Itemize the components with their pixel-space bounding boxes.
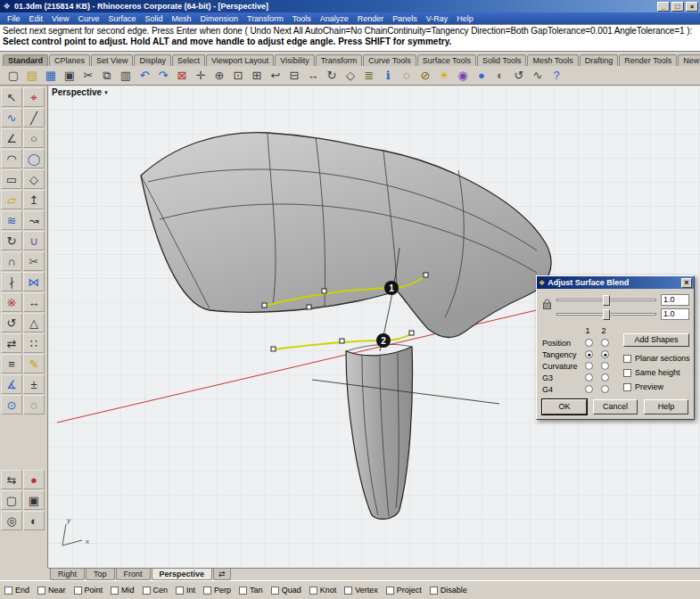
menu-item[interactable]: Help	[452, 14, 478, 23]
paste-icon[interactable]: ▥	[117, 67, 135, 84]
menu-item[interactable]: V-Ray	[422, 14, 453, 23]
material-icon[interactable]: ◉	[454, 67, 472, 84]
viewport-title[interactable]: Perspective ▾	[52, 87, 108, 97]
checkbox[interactable]	[623, 383, 631, 391]
osnap-toggle[interactable]: End	[4, 586, 29, 595]
point-icon[interactable]: ⌖	[23, 87, 45, 107]
rectangle-icon[interactable]: ▭	[1, 169, 22, 189]
print-icon[interactable]: ▣	[61, 67, 78, 84]
toolbar-tab[interactable]: Standard	[3, 54, 48, 66]
revolve-icon[interactable]: ↻	[1, 231, 22, 250]
extrude-icon[interactable]: ↥	[23, 190, 45, 209]
toolbar-tab[interactable]: Drafting	[580, 54, 619, 66]
toolbar-tab[interactable]: Surface Tools	[417, 54, 476, 66]
rotate-tool-icon[interactable]: ↺	[1, 313, 22, 332]
continuity-radio-col1[interactable]	[585, 339, 593, 347]
continuity-radio-col2[interactable]	[601, 373, 609, 382]
toolbar-tab[interactable]: Select	[172, 54, 205, 66]
surface-icon[interactable]: ▱	[1, 190, 22, 209]
osnap-toggle[interactable]: Vertex	[344, 586, 378, 595]
toolbar-tab[interactable]: CPlanes	[49, 54, 90, 66]
continuity-radio-col1[interactable]	[585, 362, 593, 370]
fillet-icon[interactable]: ∩	[1, 251, 22, 271]
copy-icon[interactable]: ⧉	[98, 67, 116, 84]
viewport-tab[interactable]: Front	[116, 569, 151, 580]
shade-icon[interactable]: ◐	[491, 67, 509, 84]
mirror-icon[interactable]: ⇄	[1, 333, 22, 353]
menu-item[interactable]: Edit	[25, 14, 48, 23]
minimize-button[interactable]: _	[657, 2, 670, 12]
undo-icon[interactable]: ↶	[136, 67, 153, 84]
offset-icon[interactable]: ≡	[1, 354, 22, 373]
split-icon[interactable]: ∤	[1, 272, 22, 291]
viewport-tab-more-icon[interactable]: ⇄	[213, 569, 231, 580]
new-file-icon[interactable]: ▢	[4, 67, 22, 84]
close-button[interactable]: ×	[686, 2, 698, 12]
osnap-checkbox[interactable]	[430, 587, 438, 595]
view-back-icon[interactable]: ↩	[267, 67, 284, 84]
toolbar-tab[interactable]: Render Tools	[619, 54, 677, 66]
menu-item[interactable]: File	[3, 14, 25, 23]
lock-icon[interactable]: ⊘	[416, 67, 434, 84]
light-icon[interactable]: ☀	[435, 67, 453, 84]
curve-icon[interactable]: ∿	[1, 108, 22, 127]
hide-icon[interactable]: ◌	[398, 67, 416, 84]
save-icon[interactable]: ▦	[42, 67, 60, 84]
menu-item[interactable]: Render	[353, 14, 389, 23]
viewport-tab[interactable]: Top	[86, 569, 115, 580]
osnap-toggle[interactable]: Tan	[239, 586, 263, 595]
frame-a-icon[interactable]: ▢	[1, 490, 22, 510]
toolbar-tab[interactable]: Set View	[91, 54, 133, 66]
pencil-icon[interactable]: ✎	[23, 354, 45, 373]
osnap-toggle[interactable]: Knot	[309, 586, 337, 595]
line-icon[interactable]: ╱	[23, 108, 45, 127]
osnap-toggle[interactable]: Near	[37, 586, 66, 595]
trim-icon[interactable]: ✂	[23, 251, 45, 271]
toolbar-tab[interactable]: Solid Tools	[477, 54, 526, 66]
select-arrow-icon[interactable]: ↖	[1, 87, 22, 107]
scale-icon[interactable]: ◇	[342, 67, 359, 84]
dialog-button[interactable]: Cancel	[593, 399, 638, 414]
slider-thumb[interactable]	[603, 295, 610, 306]
toolbar-tab[interactable]: Transform	[316, 54, 363, 66]
menu-item[interactable]: Analyze	[316, 14, 353, 23]
maximize-button[interactable]: □	[671, 2, 684, 12]
polyline-icon[interactable]: ∠	[1, 128, 22, 148]
viewport-tab[interactable]: Perspective	[152, 569, 213, 580]
lock-icon[interactable]	[542, 299, 552, 310]
osnap-checkbox[interactable]	[37, 587, 45, 595]
cut-icon[interactable]: ✂	[79, 67, 97, 84]
circle-icon[interactable]: ○	[23, 128, 45, 148]
menu-item[interactable]: Curve	[73, 14, 103, 23]
dimension-icon[interactable]: ±	[23, 374, 45, 394]
slider-thumb[interactable]	[603, 309, 610, 320]
continuity-radio-col2[interactable]	[601, 339, 609, 347]
osnap-toggle[interactable]: Quad	[271, 586, 301, 595]
osnap-checkbox[interactable]	[74, 587, 82, 595]
osnap-checkbox[interactable]	[239, 587, 247, 595]
checkbox[interactable]	[623, 369, 631, 377]
render-icon[interactable]: ●	[473, 67, 490, 84]
command-history-line[interactable]: Select next segment for second edge. Pre…	[0, 25, 700, 36]
osnap-checkbox[interactable]	[203, 587, 211, 595]
add-shapes-button[interactable]: Add Shapes	[623, 333, 689, 347]
zoom-icon[interactable]: ⊕	[210, 67, 228, 84]
osnap-toggle[interactable]: Disable	[430, 586, 467, 595]
osnap-checkbox[interactable]	[176, 587, 184, 595]
blend-marker-1[interactable]: 1	[384, 281, 399, 295]
explode-icon[interactable]: ※	[1, 292, 22, 312]
osnap-checkbox[interactable]	[4, 587, 12, 595]
boolean-icon[interactable]: ∪	[23, 231, 45, 250]
osnap-checkbox[interactable]	[309, 587, 317, 595]
slider-value-field[interactable]: 1.0	[661, 294, 689, 306]
continuity-radio-col2[interactable]	[601, 362, 609, 370]
layers-icon[interactable]: ≣	[360, 67, 378, 84]
menu-item[interactable]: View	[47, 14, 73, 23]
osnap-checkbox[interactable]	[344, 587, 352, 595]
delete-icon[interactable]: ⊠	[173, 67, 191, 84]
curve-tool-icon[interactable]: ∿	[529, 67, 547, 84]
pan-icon[interactable]: ✛	[192, 67, 210, 84]
osnap-toggle[interactable]: Project	[386, 586, 422, 595]
zoom-extents-icon[interactable]: ⊞	[248, 67, 266, 84]
move-tool-icon[interactable]: ↔	[23, 292, 45, 312]
